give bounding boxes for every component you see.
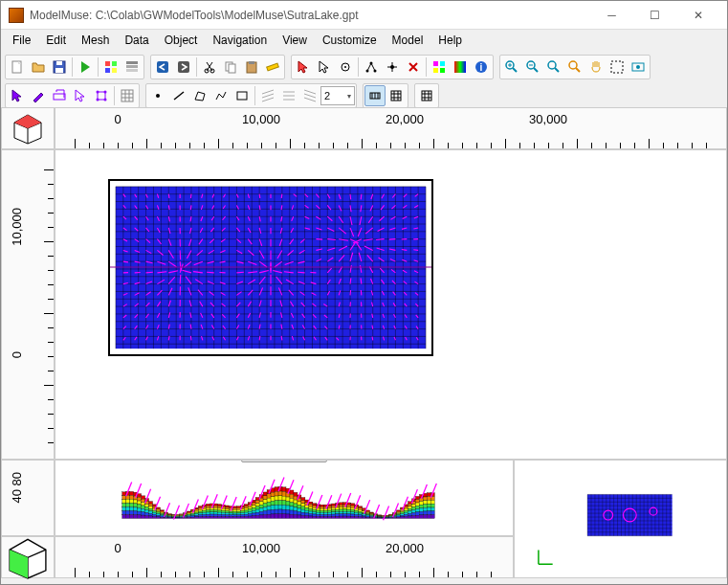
svg-rect-883 <box>332 507 336 509</box>
svg-rect-871 <box>324 512 328 514</box>
svg-rect-696 <box>229 513 232 515</box>
svg-rect-600 <box>175 518 179 519</box>
ruler-label: 40 80 <box>10 472 24 504</box>
grid-tool[interactable] <box>117 85 138 106</box>
svg-rect-1019 <box>404 514 408 516</box>
pan-button[interactable] <box>585 56 607 78</box>
edit-tool[interactable] <box>28 85 49 106</box>
line-shape[interactable] <box>168 85 189 106</box>
svg-rect-750 <box>259 502 263 506</box>
delete-node-button[interactable] <box>403 56 424 78</box>
open-file-button[interactable] <box>28 56 49 78</box>
menu-object[interactable]: Object <box>157 32 206 49</box>
svg-rect-810 <box>290 514 294 518</box>
svg-rect-806 <box>290 498 294 502</box>
view-3d-button[interactable] <box>416 85 437 106</box>
svg-rect-1103 <box>587 494 673 535</box>
hatch1[interactable] <box>257 85 278 106</box>
menu-help[interactable]: Help <box>430 32 470 49</box>
view-top-button[interactable] <box>364 85 386 106</box>
zoom-window-button[interactable] <box>564 56 585 78</box>
run-button[interactable] <box>75 56 96 78</box>
svg-rect-524 <box>138 494 142 498</box>
svg-rect-725 <box>244 514 248 516</box>
svg-rect-511 <box>130 495 134 499</box>
zoom-in-button[interactable] <box>501 56 522 78</box>
view-cube-top[interactable] <box>1 107 55 149</box>
svg-rect-733 <box>248 516 252 518</box>
polyline-shape[interactable] <box>210 85 232 106</box>
select-button[interactable] <box>293 56 314 78</box>
redo-button[interactable] <box>173 56 194 78</box>
undo-button[interactable] <box>152 56 173 78</box>
measure-button[interactable] <box>262 56 283 78</box>
arrow-tool[interactable] <box>7 85 28 106</box>
menu-edit[interactable]: Edit <box>38 32 74 49</box>
svg-rect-520 <box>134 504 138 507</box>
svg-rect-897 <box>340 507 343 509</box>
hatch3[interactable] <box>299 85 320 106</box>
svg-rect-858 <box>317 514 320 516</box>
svg-rect-560 <box>157 509 161 511</box>
menu-customize[interactable]: Customize <box>315 32 385 49</box>
move-node-button[interactable] <box>382 56 403 78</box>
lasso-button[interactable] <box>314 56 335 78</box>
menu-data[interactable]: Data <box>117 32 156 49</box>
zoom-out-button[interactable] <box>522 56 543 78</box>
cut-button[interactable] <box>199 56 220 78</box>
splitter-handle[interactable]: ▾ ··················· ▾ <box>241 460 327 462</box>
svg-rect-778 <box>275 496 278 501</box>
svg-rect-817 <box>294 515 298 519</box>
goto-button[interactable] <box>628 56 649 78</box>
cross-section-view[interactable]: ▾ ··················· ▾ <box>55 460 514 536</box>
view-side-button[interactable] <box>386 85 407 106</box>
svg-rect-729 <box>248 506 252 508</box>
minimize-button[interactable]: ─ <box>590 2 633 29</box>
node-button[interactable] <box>361 56 382 78</box>
maximize-button[interactable]: ☐ <box>633 2 676 29</box>
menu-model[interactable]: Model <box>385 32 431 49</box>
svg-rect-872 <box>324 514 328 516</box>
svg-rect-647 <box>202 512 206 514</box>
svg-rect-500 <box>122 507 126 511</box>
svg-rect-497 <box>122 496 126 500</box>
select-all-tool[interactable] <box>49 85 70 106</box>
info-button[interactable]: i <box>471 56 492 78</box>
svg-rect-719 <box>240 517 244 519</box>
main-plan-view[interactable] <box>55 149 727 460</box>
layers-button[interactable] <box>121 56 143 78</box>
svg-rect-662 <box>210 514 213 516</box>
select-area-button[interactable] <box>607 56 628 78</box>
new-file-button[interactable] <box>7 56 28 78</box>
lasso-tool[interactable] <box>70 85 91 106</box>
show-objects-button[interactable] <box>429 56 450 78</box>
menu-view[interactable]: View <box>275 32 315 49</box>
layer-spinner[interactable]: 2▾ <box>320 86 355 105</box>
rect-shape[interactable] <box>232 85 253 106</box>
grid-button[interactable] <box>100 56 121 78</box>
zoom-extent-button[interactable] <box>543 56 564 78</box>
svg-rect-9 <box>126 65 138 68</box>
close-button[interactable]: ✕ <box>676 2 719 29</box>
point-button[interactable] <box>335 56 356 78</box>
svg-rect-763 <box>267 494 271 498</box>
svg-rect-1033 <box>411 513 415 516</box>
vertex-tool[interactable] <box>91 85 112 106</box>
copy-button[interactable] <box>220 56 241 78</box>
svg-rect-523 <box>134 515 138 519</box>
mini-3d-view[interactable] <box>514 460 727 578</box>
svg-rect-790 <box>282 487 286 492</box>
menu-file[interactable]: File <box>5 32 38 49</box>
svg-rect-1048 <box>419 515 423 519</box>
save-file-button[interactable] <box>49 56 70 78</box>
color-button[interactable] <box>450 56 471 78</box>
view-cube-front[interactable] <box>1 536 55 578</box>
menu-navigation[interactable]: Navigation <box>205 32 275 49</box>
polygon-shape[interactable] <box>189 85 210 106</box>
menu-mesh[interactable]: Mesh <box>74 32 117 49</box>
point-shape[interactable] <box>147 85 168 106</box>
paste-button[interactable] <box>241 56 262 78</box>
svg-rect-822 <box>298 508 301 512</box>
hatch2[interactable] <box>278 85 299 106</box>
svg-rect-856 <box>317 510 320 512</box>
